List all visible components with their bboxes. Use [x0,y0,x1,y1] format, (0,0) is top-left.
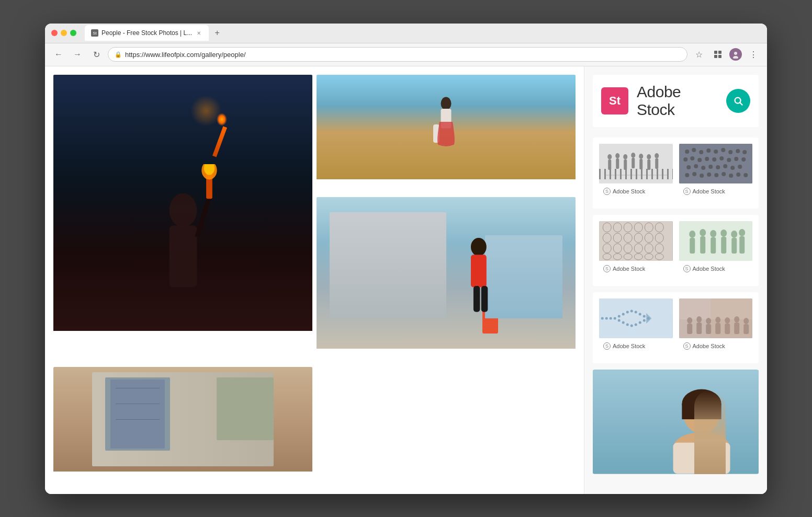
bookmark-button[interactable]: ☆ [692,47,706,62]
svg-point-33 [655,153,659,158]
stock-item-5[interactable]: S Adobe Stock [599,298,673,353]
stock-label-3: S Adobe Stock [599,263,673,275]
svg-point-126 [618,319,621,321]
svg-point-58 [708,165,713,169]
stock-item-1[interactable]: S Adobe Stock [599,144,673,198]
svg-rect-107 [731,238,737,254]
stock-item-3[interactable]: S Adobe Stock [599,221,673,275]
svg-point-116 [635,311,637,313]
stock-section-1: S Adobe Stock [593,137,759,209]
svg-rect-105 [721,237,726,254]
svg-point-129 [605,317,608,319]
svg-point-68 [721,172,726,176]
svg-point-41 [714,150,718,154]
svg-point-61 [730,166,735,170]
stock-item-6[interactable]: S Adobe Stock [679,298,753,353]
svg-rect-34 [655,158,658,169]
svg-point-122 [635,323,637,326]
svg-point-63 [685,173,689,177]
svg-point-130 [601,317,604,319]
svg-point-100 [700,229,706,236]
stock-item-label-3: Adobe Stock [613,266,645,272]
svg-point-14 [470,238,486,256]
adobe-search-button[interactable] [726,89,750,113]
svg-rect-15 [470,255,486,287]
photo-item-field[interactable] [317,75,576,193]
photo-item-torch[interactable] [53,75,312,363]
svg-point-23 [615,153,619,158]
svg-rect-134 [687,324,692,334]
new-tab-button[interactable]: + [211,27,223,39]
svg-point-12 [441,97,452,110]
svg-point-133 [687,317,692,324]
svg-rect-30 [639,159,642,169]
svg-point-6 [169,193,197,227]
svg-point-38 [692,148,696,152]
stock-item-4[interactable]: S Adobe Stock [679,221,753,275]
svg-point-45 [742,150,747,154]
svg-rect-99 [690,238,695,254]
stock-item-label-5: Adobe Stock [613,343,645,349]
close-button[interactable] [51,30,58,36]
back-button[interactable]: ← [51,47,66,62]
svg-point-123 [630,324,633,327]
maximize-button[interactable] [70,30,76,36]
svg-line-19 [740,102,743,105]
stock-dollar-icon-1: S [603,188,611,195]
svg-rect-0 [714,51,717,54]
tab-close-button[interactable]: ✕ [195,29,202,37]
svg-point-118 [643,315,646,317]
svg-point-117 [639,313,641,315]
svg-point-102 [710,230,716,237]
svg-point-25 [623,154,627,159]
svg-point-66 [707,173,711,177]
stock-label-4: S Adobe Stock [679,263,753,275]
svg-point-125 [622,321,625,324]
active-tab[interactable]: St People - Free Stock Photos | L... ✕ [85,25,209,41]
traffic-lights [51,30,76,36]
photo-grid [45,66,584,494]
svg-point-62 [738,165,742,169]
forward-button[interactable]: → [70,47,85,62]
svg-point-59 [716,165,720,169]
svg-rect-22 [608,159,611,170]
menu-button[interactable]: ⋮ [746,47,761,62]
sidebar: St Adobe Stock [584,66,767,494]
stock-section-3: S Adobe Stock [593,292,759,363]
extensions-button[interactable] [710,47,725,62]
photo-item-building[interactable] [53,367,312,486]
svg-rect-101 [700,236,705,254]
address-input[interactable]: 🔒 https://www.lifeofpix.com/gallery/peop… [108,47,687,62]
stock-row-3: S Adobe Stock [599,298,752,353]
stock-thumb-5 [599,298,673,338]
svg-point-5 [733,56,738,59]
svg-point-64 [692,172,696,176]
reload-button[interactable]: ↻ [89,47,104,62]
stock-label-1: S Adobe Stock [599,186,673,198]
svg-point-50 [712,157,716,162]
stock-item-label-2: Adobe Stock [693,188,725,194]
svg-point-18 [735,97,741,103]
svg-rect-154 [673,442,730,473]
svg-point-120 [643,319,646,321]
svg-point-21 [607,154,612,159]
svg-line-8 [197,195,210,237]
bottom-photo-portrait[interactable] [593,370,759,474]
svg-point-40 [706,148,710,153]
svg-point-124 [626,323,629,326]
stock-item-2[interactable]: S Adobe Stock [679,144,753,198]
stock-row-1: S Adobe Stock [599,144,752,198]
stock-dollar-icon-6: S [683,342,691,350]
stock-label-6: S Adobe Stock [679,340,753,353]
svg-point-56 [694,164,698,168]
svg-point-67 [714,173,718,177]
svg-rect-24 [616,158,619,169]
svg-point-31 [647,154,651,159]
svg-point-57 [701,166,705,170]
stock-item-label-6: Adobe Stock [693,343,725,349]
profile-avatar[interactable] [729,48,742,61]
tab-bar: St People - Free Stock Photos | L... ✕ + [85,25,761,41]
minimize-button[interactable] [61,30,67,36]
stock-thumb-3 [599,221,673,261]
photo-item-city[interactable] [317,197,576,363]
